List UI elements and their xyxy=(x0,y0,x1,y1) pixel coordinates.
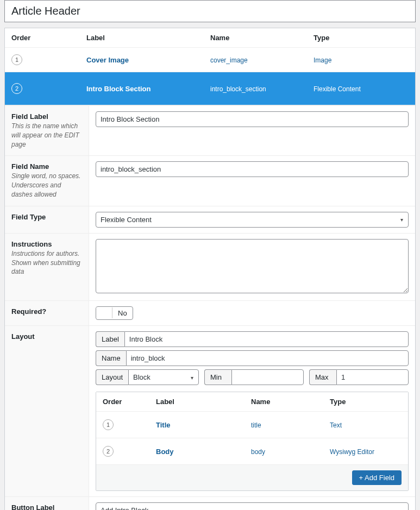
subfield-row[interactable]: 2 Body body Wysiwyg Editor xyxy=(96,438,408,465)
sub-header-order: Order xyxy=(96,398,156,406)
order-badge: 1 xyxy=(11,54,22,65)
subfield-label-link[interactable]: Body xyxy=(156,448,174,456)
setting-title: Instructions xyxy=(11,240,82,248)
setting-title: Button Label xyxy=(11,503,82,510)
fields-table-header: Order Label Name Type xyxy=(5,28,415,48)
field-label-input[interactable] xyxy=(96,111,409,127)
layout-name-input[interactable] xyxy=(126,350,409,366)
setting-hint: This is the name which will appear on th… xyxy=(11,122,82,149)
button-label-input[interactable] xyxy=(96,502,409,510)
setting-title: Field Name xyxy=(11,162,82,171)
layout-min-input[interactable] xyxy=(231,369,304,385)
toggle-track xyxy=(96,307,112,318)
subfield-row[interactable]: 1 Title title Text xyxy=(96,412,408,438)
layout-display-prefix: Layout xyxy=(96,369,128,385)
required-toggle[interactable]: No xyxy=(96,306,133,320)
field-row[interactable]: 1 Cover Image cover_image Image xyxy=(5,48,415,72)
sub-header-type: Type xyxy=(330,398,408,406)
subfield-label-link[interactable]: Title xyxy=(156,421,171,429)
field-name-text: cover_image xyxy=(210,56,248,64)
setting-layout: Layout Label Name Layout xyxy=(5,325,415,496)
field-type-select[interactable]: Flexible Content xyxy=(96,212,409,228)
subfield-type: Text xyxy=(330,421,342,429)
field-row-selected[interactable]: 2 Intro Block Section intro_block_sectio… xyxy=(5,72,415,105)
setting-hint: Single word, no spaces. Underscores and … xyxy=(11,172,82,199)
field-label-link[interactable]: Intro Block Section xyxy=(86,85,151,93)
setting-title: Layout xyxy=(11,332,82,341)
field-name-input[interactable] xyxy=(96,161,409,177)
order-badge: 2 xyxy=(11,83,22,94)
setting-title: Field Label xyxy=(11,112,82,121)
layout-name-prefix: Name xyxy=(96,350,126,366)
setting-button-label: Button Label xyxy=(5,496,415,510)
fields-table: Order Label Name Type 1 Cover Image cove… xyxy=(4,28,416,510)
subfield-name: body xyxy=(251,448,265,456)
order-badge: 1 xyxy=(103,419,114,430)
field-name-text: intro_block_section xyxy=(210,85,266,93)
layout-min-prefix: Min xyxy=(204,369,231,385)
setting-hint: Instructions for authors. Shown when sub… xyxy=(11,249,82,276)
subfields-table: Order Label Name Type 1 Title title Text xyxy=(96,392,409,491)
layout-display-select[interactable]: Block xyxy=(128,369,199,385)
subfield-name: title xyxy=(251,421,261,429)
setting-field-name: Field Name Single word, no spaces. Under… xyxy=(5,155,415,205)
order-badge: 2 xyxy=(103,446,114,457)
header-label: Label xyxy=(86,34,210,42)
subfield-type: Wysiwyg Editor xyxy=(330,448,374,456)
toggle-value: No xyxy=(112,307,133,319)
field-type-text: Image xyxy=(314,56,331,64)
header-name: Name xyxy=(210,34,314,42)
field-type-text: Flexible Content xyxy=(314,85,361,93)
setting-instructions: Instructions Instructions for authors. S… xyxy=(5,233,415,300)
layout-max-input[interactable] xyxy=(336,369,409,385)
sub-header-label: Label xyxy=(156,398,251,406)
setting-title: Required? xyxy=(11,307,82,316)
instructions-textarea[interactable] xyxy=(96,239,409,293)
setting-title: Field Type xyxy=(11,213,82,221)
layout-label-prefix: Label xyxy=(96,331,124,347)
sub-header-name: Name xyxy=(251,398,330,406)
field-label-link[interactable]: Cover Image xyxy=(86,56,129,64)
layout-max-prefix: Max xyxy=(309,369,336,385)
layout-label-input[interactable] xyxy=(124,331,409,347)
setting-field-label: Field Label This is the name which will … xyxy=(5,105,415,155)
add-field-button[interactable]: + Add Field xyxy=(352,470,402,485)
header-order: Order xyxy=(5,34,86,42)
setting-required: Required? No xyxy=(5,300,415,326)
field-group-title[interactable]: Article Header xyxy=(4,0,416,22)
header-type: Type xyxy=(314,34,415,42)
setting-field-type: Field Type Flexible Content ▾ xyxy=(5,206,415,233)
